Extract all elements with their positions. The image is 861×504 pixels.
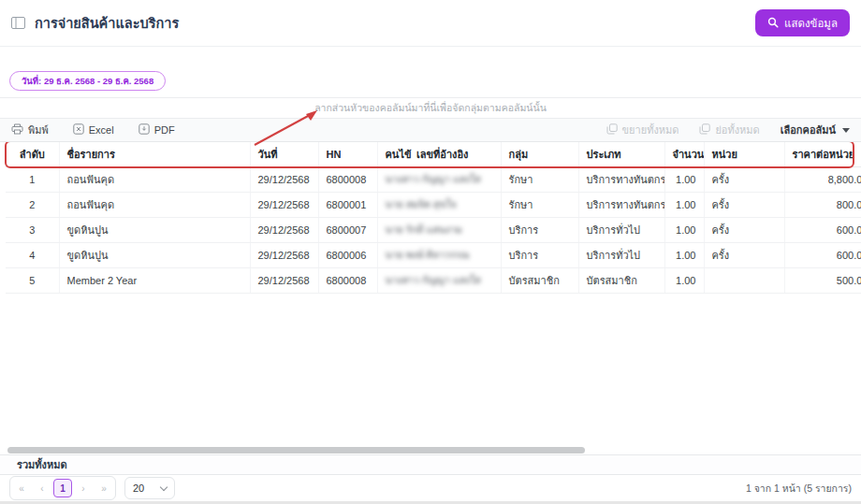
cell-unit: ครั้ง — [704, 217, 784, 242]
cell-date: 29/12/2568 — [250, 192, 318, 217]
cell-type: บริการทางทันตกรรม — [578, 166, 664, 192]
grid-footer: « ‹ 1 › » 20 1 จาก 1 หน้า (5 รายการ) — [0, 475, 861, 501]
page-title: การจ่ายสินค้าและบริการ — [35, 12, 179, 34]
group-by-panel[interactable]: ลากส่วนหัวของคอลัมน์มาที่นี่เพื่อจัดกลุ่… — [0, 97, 861, 118]
cell-unit-price: 600.00 — [784, 217, 861, 242]
caret-down-icon — [842, 128, 850, 133]
excel-label: Excel — [89, 124, 114, 136]
col-header-unit-price[interactable]: ราคาต่อหน่วย — [784, 142, 861, 166]
choose-columns-button[interactable]: เลือกคอลัมน์ — [781, 122, 850, 138]
patient-name-redacted: นาย พงษ์ ศิลาวรรณ — [386, 249, 470, 260]
col-header-type[interactable]: ประเภท — [578, 142, 664, 166]
col-header-qty[interactable]: จำนวน — [664, 142, 704, 166]
horizontal-scrollbar-thumb[interactable] — [7, 447, 585, 454]
patient-name-redacted: นางสาว กัญญา แสงใส — [386, 173, 481, 184]
col-header-patient[interactable]: คนไข้ — [377, 142, 409, 166]
grid-toolbar: พิมพ์ Excel PDF ขยายทั้งหมด — [0, 118, 861, 142]
cell-group: รักษา — [501, 166, 578, 192]
prev-page-button[interactable]: ‹ — [33, 479, 51, 497]
print-button[interactable]: พิมพ์ — [11, 122, 49, 138]
search-icon — [767, 17, 779, 30]
cell-no: 4 — [6, 242, 59, 267]
cell-patient: นาย รักดี แสนงาม — [377, 217, 409, 242]
expand-all-label: ขยายทั้งหมด — [622, 122, 679, 138]
cell-hn: 6800001 — [318, 192, 377, 217]
sidebar-toggle-icon[interactable] — [11, 17, 25, 29]
col-header-item-name[interactable]: ชื่อรายการ — [59, 142, 250, 166]
date-range-chip[interactable]: วันที่: 29 ธ.ค. 2568 - 29 ธ.ค. 2568 — [9, 71, 166, 91]
printer-icon — [11, 123, 23, 137]
pager: « ‹ 1 › » 20 — [9, 476, 175, 500]
export-excel-button[interactable]: Excel — [73, 123, 114, 137]
col-header-reference[interactable]: เลขที่อ้างอิง — [409, 142, 501, 166]
collapse-all-button[interactable]: ย่อทั้งหมด — [699, 122, 759, 138]
cell-item-name: ขูดหินปูน — [59, 242, 250, 267]
page-info-text: 1 จาก 1 หน้า (5 รายการ) — [746, 481, 852, 497]
cell-item-name: ขูดหินปูน — [59, 217, 250, 242]
show-data-button[interactable]: แสดงข้อมูล — [755, 9, 850, 36]
cell-hn: 6800008 — [318, 166, 377, 192]
collapse-all-icon — [699, 123, 710, 137]
cell-no: 5 — [6, 267, 59, 293]
cell-patient: นางสาว กัญญา แสงใส — [377, 166, 409, 192]
cell-qty: 1.00 — [664, 217, 704, 242]
export-pdf-button[interactable]: PDF — [139, 123, 175, 137]
cell-item-name: Member 2 Year — [59, 267, 250, 293]
page-size-select[interactable]: 20 — [124, 477, 175, 499]
page-size-value: 20 — [133, 482, 144, 494]
patient-name-redacted: นางสาว กัญญา แสงใส — [386, 274, 481, 285]
last-page-button[interactable]: » — [95, 479, 113, 497]
excel-file-icon — [73, 123, 84, 137]
collapse-all-label: ย่อทั้งหมด — [715, 122, 759, 138]
table-row: 2 ถอนฟันคุด 29/12/2568 6800001 นาย สมจิต… — [6, 192, 861, 217]
data-table: ลำดับ ชื่อรายการ วันที่ HN คนไข้ เลขที่อ… — [6, 142, 861, 294]
cell-hn: 6800008 — [318, 267, 377, 293]
cell-no: 2 — [6, 192, 59, 217]
cell-type: บริการทางทันตกรรม — [578, 192, 664, 217]
cell-no: 3 — [6, 217, 59, 242]
topbar: การจ่ายสินค้าและบริการ แสดงข้อมูล — [0, 0, 861, 47]
pdf-file-icon — [139, 123, 150, 137]
cell-date: 29/12/2568 — [250, 217, 318, 242]
next-page-button[interactable]: › — [74, 479, 93, 497]
table-row: 3 ขูดหินปูน 29/12/2568 6800007 นาย รักดี… — [6, 217, 861, 242]
cell-unit-price: 800.00 — [784, 192, 861, 217]
print-label: พิมพ์ — [28, 122, 49, 138]
cell-unit — [704, 267, 784, 293]
cell-no: 1 — [6, 166, 59, 192]
filter-row: วันที่: 29 ธ.ค. 2568 - 29 ธ.ค. 2568 — [0, 47, 861, 91]
cell-qty: 1.00 — [664, 242, 704, 267]
col-header-no[interactable]: ลำดับ — [6, 142, 59, 166]
chevron-down-icon — [160, 482, 168, 490]
cell-qty: 1.00 — [664, 267, 704, 293]
table-row: 4 ขูดหินปูน 29/12/2568 6800006 นาย พงษ์ … — [6, 242, 861, 267]
col-header-date[interactable]: วันที่ — [250, 142, 318, 166]
cell-hn: 6800006 — [318, 242, 377, 267]
data-grid: ลากส่วนหัวของคอลัมน์มาที่นี่เพื่อจัดกลุ่… — [0, 97, 861, 501]
toolbar-right: ขยายทั้งหมด ย่อทั้งหมด เลือกคอลัมน์ — [606, 122, 850, 138]
summary-row: รวมทั้งหมด — [0, 454, 861, 475]
expand-all-button[interactable]: ขยายทั้งหมด — [606, 122, 679, 138]
choose-columns-label: เลือกคอลัมน์ — [781, 122, 836, 138]
cell-unit: ครั้ง — [704, 242, 784, 267]
summary-total-label: รวมทั้งหมด — [17, 456, 67, 473]
cell-patient: นาย พงษ์ ศิลาวรรณ — [377, 242, 409, 267]
col-header-unit[interactable]: หน่วย — [704, 142, 784, 166]
cell-group: บัตรสมาชิก — [501, 267, 578, 293]
pdf-label: PDF — [154, 124, 175, 136]
cell-type: บริการทั่วไป — [578, 217, 664, 242]
show-data-label: แสดงข้อมูล — [784, 15, 838, 32]
cell-date: 29/12/2568 — [250, 242, 318, 267]
cell-item-name: ถอนฟันคุด — [59, 166, 250, 192]
page-buttons-group: « ‹ 1 › » — [9, 476, 116, 500]
app-window: การจ่ายสินค้าและบริการ แสดงข้อมูล วันที่… — [0, 0, 861, 504]
col-header-hn[interactable]: HN — [318, 142, 377, 166]
cell-unit-price: 600.00 — [784, 242, 861, 267]
first-page-button[interactable]: « — [12, 479, 31, 497]
cell-unit: ครั้ง — [704, 166, 784, 192]
col-header-group[interactable]: กลุ่ม — [501, 142, 578, 166]
cell-unit-price: 8,800.00 — [784, 166, 861, 192]
cell-group: รักษา — [501, 192, 578, 217]
cell-date: 29/12/2568 — [250, 166, 318, 192]
page-number-button[interactable]: 1 — [53, 479, 72, 497]
